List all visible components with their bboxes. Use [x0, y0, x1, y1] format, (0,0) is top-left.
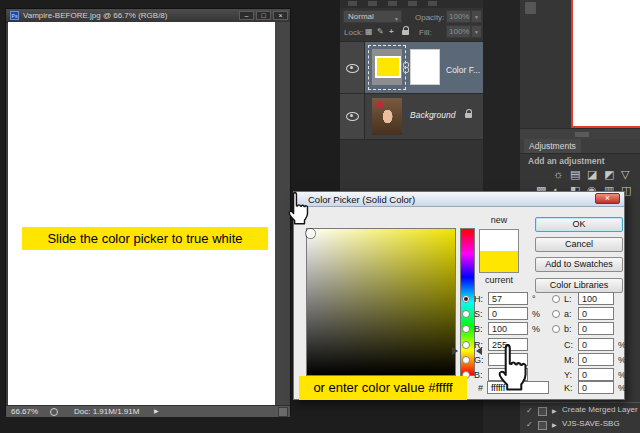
- lock-position-icon[interactable]: +: [389, 27, 394, 36]
- document-window: Ps Vampire-BEFORE.jpg @ 66.7% (RGB/8) – …: [5, 8, 291, 416]
- fill-field[interactable]: 100%: [446, 25, 471, 38]
- field-unit: %: [532, 324, 540, 334]
- exposure-icon[interactable]: ◩: [604, 168, 614, 180]
- document-titlebar[interactable]: Ps Vampire-BEFORE.jpg @ 66.7% (RGB/8) – …: [6, 9, 290, 23]
- blend-mode-value: Normal: [348, 12, 374, 21]
- photoshop-file-icon: Ps: [10, 11, 19, 20]
- action-check-icon[interactable]: ✓: [526, 420, 533, 429]
- color-field-marker[interactable]: [306, 229, 315, 238]
- minimize-icon[interactable]: –: [239, 11, 254, 20]
- new-current-swatch[interactable]: [479, 229, 519, 273]
- field-unit: %: [618, 340, 626, 350]
- window-controls: – □ ×: [239, 11, 288, 20]
- lock-label: Lock:: [344, 28, 363, 37]
- brightness-input[interactable]: 100: [488, 322, 528, 335]
- close-icon[interactable]: ×: [273, 11, 288, 20]
- dialog-titlebar[interactable]: Color Picker (Solid Color) ×: [294, 192, 624, 207]
- opacity-field[interactable]: 100%: [446, 10, 471, 23]
- levels-icon[interactable]: ▤: [570, 168, 580, 180]
- eye-icon[interactable]: [346, 112, 359, 121]
- layer-row-color-fill[interactable]: Color F...: [340, 41, 483, 94]
- visibility-cell: [340, 42, 365, 94]
- expand-arrow-icon[interactable]: ▶: [552, 421, 557, 428]
- layer-name[interactable]: Background: [410, 110, 455, 120]
- a-radio[interactable]: [552, 310, 560, 318]
- action-item[interactable]: VJS-SAVE-SBG: [562, 419, 638, 428]
- field-label: H:: [474, 294, 488, 304]
- a-field-row: a: 0: [552, 307, 618, 320]
- fill-arrow-icon[interactable]: ▼: [471, 25, 482, 38]
- saturation-brightness-field[interactable]: [306, 228, 456, 376]
- hand-cursor: [285, 190, 311, 226]
- current-color-swatch[interactable]: [480, 251, 518, 272]
- hex-prefix-label: #: [478, 383, 483, 393]
- lock-all-icon[interactable]: [402, 30, 409, 35]
- field-label: M:: [564, 355, 578, 365]
- yellow-input[interactable]: 0: [578, 368, 614, 381]
- status-icon: [50, 408, 58, 416]
- locked-layer-icon: [465, 113, 472, 118]
- action-item[interactable]: Create Merged Layer: [562, 405, 638, 414]
- resize-grip[interactable]: [278, 407, 288, 417]
- yellow-field-row: Y: 0 %: [552, 368, 626, 381]
- brightness-contrast-icon[interactable]: ☼: [553, 168, 563, 180]
- curves-icon[interactable]: ◪: [587, 168, 597, 180]
- lock-transparency-icon[interactable]: ▦: [365, 27, 373, 36]
- layer-row-background[interactable]: Background: [340, 93, 483, 140]
- add-to-swatches-button[interactable]: Add to Swatches: [535, 257, 623, 272]
- expand-arrow-icon[interactable]: ▶: [552, 407, 557, 414]
- blend-mode-dropdown[interactable]: Normal ▼: [343, 10, 402, 23]
- ok-button[interactable]: OK: [535, 217, 623, 232]
- saturation-radio[interactable]: [462, 310, 470, 318]
- action-dialog-icon[interactable]: [538, 407, 547, 416]
- black-input[interactable]: 0: [578, 381, 614, 394]
- green-radio[interactable]: [462, 356, 470, 364]
- hue-input[interactable]: 57: [488, 292, 528, 305]
- magenta-field-row: M: 0 %: [552, 353, 626, 366]
- visibility-cell: [340, 94, 365, 139]
- dialog-close-icon[interactable]: ×: [595, 193, 620, 204]
- layer-mask-thumbnail[interactable]: [410, 49, 440, 85]
- b-input[interactable]: 0: [578, 322, 614, 335]
- opacity-arrow-icon[interactable]: ▼: [471, 10, 482, 23]
- field-label: a:: [564, 309, 578, 319]
- scrollbar-handle[interactable]: [575, 132, 589, 137]
- dialog-title: Color Picker (Solid Color): [308, 194, 415, 205]
- action-set-icon[interactable]: [538, 421, 547, 430]
- cancel-button[interactable]: Cancel: [535, 237, 623, 252]
- current-color-label: current: [479, 275, 519, 285]
- background-thumbnail[interactable]: [372, 98, 402, 135]
- hue-radio[interactable]: [462, 295, 470, 303]
- maximize-icon[interactable]: □: [256, 11, 271, 20]
- hue-slider-left-arrow-icon[interactable]: [452, 347, 458, 355]
- saturation-input[interactable]: 0: [488, 307, 528, 320]
- fill-layer-thumbnail[interactable]: [368, 45, 406, 90]
- panel-collapse-icon[interactable]: [525, 2, 536, 14]
- field-label: C:: [564, 340, 578, 350]
- status-menu-arrow-icon[interactable]: ▶: [154, 407, 159, 414]
- document-canvas[interactable]: [8, 22, 275, 405]
- color-libraries-button[interactable]: Color Libraries: [535, 278, 623, 293]
- b-radio[interactable]: [552, 325, 560, 333]
- zoom-level-field[interactable]: 66.67%: [11, 407, 38, 416]
- secondary-document-edge[interactable]: [571, 0, 640, 128]
- red-radio[interactable]: [462, 341, 470, 349]
- lightness-radio[interactable]: [552, 295, 560, 303]
- action-check-icon[interactable]: ✓: [526, 406, 533, 415]
- eye-icon[interactable]: [346, 64, 359, 73]
- lightness-input[interactable]: 100: [578, 292, 614, 305]
- field-unit: %: [618, 383, 626, 393]
- brightness-radio[interactable]: [462, 325, 470, 333]
- chevron-down-icon: ▼: [394, 14, 399, 25]
- field-label: Y:: [564, 370, 578, 380]
- cyan-input[interactable]: 0: [578, 338, 614, 351]
- lock-pixels-icon[interactable]: ✎: [377, 27, 384, 36]
- tab-adjustments[interactable]: Adjustments: [524, 139, 581, 153]
- lightness-field-row: L: 100: [552, 292, 618, 305]
- field-label: K:: [564, 383, 578, 393]
- link-mask-icon[interactable]: [403, 62, 408, 73]
- vibrance-icon[interactable]: ▽: [621, 168, 629, 180]
- layer-name[interactable]: Color F...: [446, 65, 480, 75]
- magenta-input[interactable]: 0: [578, 353, 614, 366]
- a-input[interactable]: 0: [578, 307, 614, 320]
